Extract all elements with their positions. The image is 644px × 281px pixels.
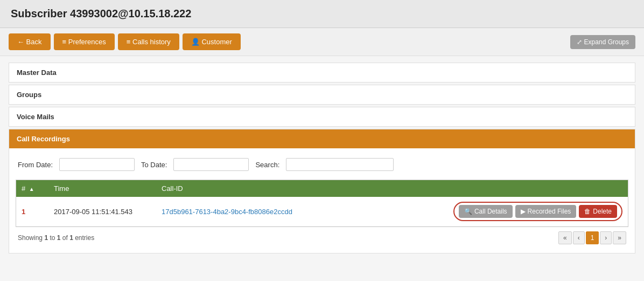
col-call-id: Call-ID	[156, 180, 448, 197]
recordings-table-container: # ▲ Time Call-ID	[16, 180, 628, 227]
master-data-header[interactable]: Master Data	[9, 63, 635, 82]
toolbar-right: ⤢ Expand Groups	[570, 35, 635, 49]
pagination: « ‹ 1 › »	[558, 231, 626, 244]
to-date-input[interactable]	[173, 158, 249, 171]
cell-time: 2017-09-05 11:51:41.543	[48, 197, 156, 227]
page-title: Subscriber 43993002@10.15.18.222	[11, 8, 633, 20]
cell-call-id: 17d5b961-7613-4ba2-9bc4-fb8086e2ccdd	[156, 197, 448, 227]
call-recordings-panel: Call Recordings From Date: To Date: Sear…	[9, 129, 635, 253]
filters-row: From Date: To Date: Search:	[16, 153, 628, 176]
search-label: Search:	[255, 161, 279, 169]
next-page-button[interactable]: ›	[600, 231, 612, 244]
preferences-button[interactable]: ≡ Preferences	[54, 33, 115, 50]
filters-container: From Date: To Date: Search: # ▲	[9, 148, 635, 253]
cell-num: 1	[16, 197, 48, 227]
recordings-table: # ▲ Time Call-ID	[16, 180, 628, 227]
call-id-link[interactable]: 17d5b961-7613-4ba2-9bc4-fb8086e2ccdd	[162, 208, 292, 216]
from-date-input[interactable]	[59, 158, 135, 171]
calls-history-button[interactable]: ≡ Calls history	[118, 33, 179, 50]
customer-button[interactable]: 👤 Customer	[183, 33, 241, 50]
from-date-label: From Date:	[18, 161, 53, 169]
call-details-button[interactable]: 🔍 Call Details	[459, 205, 513, 218]
table-footer: Showing 1 to 1 of 1 entries « ‹ 1 › »	[16, 227, 628, 249]
voice-mails-panel: Voice Mails	[9, 107, 635, 127]
recorded-files-button[interactable]: ▶ Recorded Files	[515, 205, 577, 218]
current-page-button[interactable]: 1	[586, 231, 599, 244]
sort-arrow-num[interactable]: ▲	[29, 186, 34, 192]
groups-header[interactable]: Groups	[9, 85, 635, 104]
toolbar-left: ← Back ≡ Preferences ≡ Calls history 👤 C…	[9, 33, 241, 50]
page-header: Subscriber 43993002@10.15.18.222	[0, 0, 644, 28]
toolbar: ← Back ≡ Preferences ≡ Calls history 👤 C…	[0, 28, 644, 56]
back-button[interactable]: ← Back	[9, 33, 51, 50]
to-date-label: To Date:	[141, 161, 167, 169]
delete-button[interactable]: 🗑 Delete	[579, 205, 617, 218]
call-recordings-header[interactable]: Call Recordings	[9, 129, 635, 148]
table-header-row: # ▲ Time Call-ID	[16, 180, 628, 197]
cell-actions: 🔍 Call Details ▶ Recorded Files 🗑	[448, 197, 628, 227]
voice-mails-header[interactable]: Voice Mails	[9, 107, 635, 126]
expand-groups-button[interactable]: ⤢ Expand Groups	[570, 35, 635, 49]
col-num: # ▲	[16, 180, 48, 197]
search-input[interactable]	[286, 158, 394, 171]
showing-entries: Showing 1 to 1 of 1 entries	[18, 234, 94, 242]
table-row: 1 2017-09-05 11:51:41.543 17d5b961-7613-…	[16, 197, 628, 227]
search-icon: 🔍	[464, 208, 472, 215]
action-group: 🔍 Call Details ▶ Recorded Files 🗑	[453, 202, 622, 221]
first-page-button[interactable]: «	[558, 231, 572, 244]
trash-icon: 🗑	[584, 208, 591, 215]
prev-page-button[interactable]: ‹	[573, 231, 585, 244]
col-time: Time	[48, 180, 156, 197]
master-data-panel: Master Data	[9, 63, 635, 83]
last-page-button[interactable]: »	[613, 231, 626, 244]
col-actions	[448, 180, 628, 197]
main-content: Master Data Groups Voice Mails Call Reco…	[0, 56, 644, 262]
groups-panel: Groups	[9, 85, 635, 105]
play-icon: ▶	[521, 208, 526, 215]
